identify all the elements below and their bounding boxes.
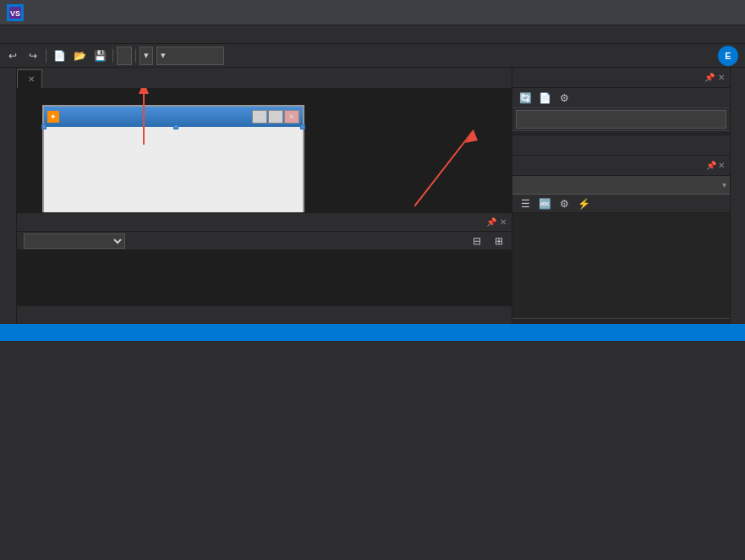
prop-object-arrow[interactable]: ▾ bbox=[722, 180, 726, 189]
se-header: 📌 ✕ bbox=[512, 68, 730, 88]
output-header: 📌 ✕ bbox=[17, 213, 512, 232]
form-maximize-btn[interactable]: □ bbox=[268, 110, 283, 124]
redo-button[interactable]: ↪ bbox=[24, 47, 42, 65]
prop-object: ▾ bbox=[512, 176, 730, 195]
form-window[interactable]: ✦ ─ □ ✕ bbox=[42, 105, 304, 212]
status-bar bbox=[0, 324, 745, 341]
main-content: ✕ ✦ ─ □ ✕ bbox=[0, 68, 745, 324]
output-toolbar: ⊟ ⊞ bbox=[17, 232, 512, 250]
svg-marker-7 bbox=[139, 88, 149, 94]
handle-tl[interactable] bbox=[41, 124, 47, 129]
output-word-wrap-button[interactable]: ⊞ bbox=[490, 232, 508, 250]
vs-icon: VS bbox=[7, 4, 24, 21]
output-source-select[interactable] bbox=[24, 233, 125, 249]
prop-pin-icon[interactable]: 📌 bbox=[706, 161, 716, 170]
new-project-button[interactable]: 📄 bbox=[50, 47, 68, 65]
form-buttons: ─ □ ✕ bbox=[252, 110, 299, 124]
toolbar: ↩ ↪ 📄 📂 💾 ▾ ▾ Е bbox=[0, 44, 745, 68]
output-close[interactable]: ✕ bbox=[500, 217, 507, 227]
solution-explorer: 📌 ✕ 🔄 📄 ⚙ bbox=[512, 68, 730, 155]
form-body bbox=[44, 127, 303, 212]
properties-panel: 📌 ✕ ▾ ☰ 🔤 ⚙ ⚡ bbox=[512, 155, 730, 324]
handle-tm[interactable] bbox=[173, 124, 178, 129]
se-toolbar: 🔄 📄 ⚙ bbox=[512, 88, 730, 108]
center-panel: ✕ ✦ ─ □ ✕ bbox=[17, 68, 512, 324]
design-area: ✦ ─ □ ✕ bbox=[17, 88, 512, 212]
prop-description bbox=[512, 318, 730, 324]
prop-categorized-btn[interactable]: ☰ bbox=[516, 195, 534, 213]
form-close-btn[interactable]: ✕ bbox=[284, 110, 299, 124]
data-sources-tab[interactable] bbox=[0, 81, 16, 95]
notifications-tab[interactable] bbox=[736, 68, 741, 81]
right-panel: 📌 ✕ 🔄 📄 ⚙ 📌 ✕ bbox=[512, 68, 730, 324]
menu-bar bbox=[0, 25, 745, 44]
form-container: ✦ ─ □ ✕ bbox=[42, 105, 304, 212]
minimize-button[interactable] bbox=[669, 4, 691, 21]
close-button[interactable] bbox=[716, 4, 738, 21]
prop-alphabetical-btn[interactable]: 🔤 bbox=[535, 195, 554, 213]
toolbar-separator bbox=[46, 49, 47, 63]
toolbar-separator-3 bbox=[135, 49, 136, 63]
prop-header: 📌 ✕ bbox=[512, 156, 730, 176]
prop-grid bbox=[512, 213, 730, 318]
notifications-sidebar bbox=[730, 68, 745, 324]
handle-tr[interactable] bbox=[300, 124, 305, 129]
se-properties-button[interactable]: ⚙ bbox=[555, 89, 573, 107]
se-bottom-tabs bbox=[512, 135, 730, 155]
prop-properties-btn[interactable]: ⚙ bbox=[555, 195, 573, 213]
form-minimize-btn[interactable]: ─ bbox=[252, 110, 267, 124]
start-button[interactable] bbox=[117, 47, 132, 65]
output-content bbox=[17, 250, 512, 305]
se-search-input[interactable] bbox=[516, 110, 726, 129]
design-tab-close[interactable]: ✕ bbox=[28, 74, 35, 84]
se-sync-button[interactable]: 🔄 bbox=[516, 89, 534, 107]
maximize-button[interactable] bbox=[693, 4, 715, 21]
title-controls bbox=[669, 4, 738, 21]
platform-dropdown[interactable]: ▾ bbox=[156, 47, 224, 65]
se-search-container bbox=[512, 108, 730, 131]
document-tabs: ✕ bbox=[17, 68, 512, 88]
se-new-file-button[interactable]: 📄 bbox=[535, 89, 554, 107]
prop-events-btn[interactable]: ⚡ bbox=[574, 195, 593, 213]
left-sidebar bbox=[0, 68, 17, 324]
svg-line-2 bbox=[414, 130, 474, 206]
toolbar-separator-2 bbox=[112, 49, 113, 63]
bottom-area: 📌 ✕ ⊟ ⊞ bbox=[17, 212, 512, 305]
output-pin[interactable]: 📌 bbox=[486, 217, 496, 227]
save-button[interactable]: 💾 bbox=[90, 47, 109, 65]
prop-close-icon[interactable]: ✕ bbox=[718, 161, 725, 170]
form-icon: ✦ bbox=[47, 111, 59, 123]
svg-text:VS: VS bbox=[10, 9, 20, 18]
se-header-icons: 📌 ✕ bbox=[703, 73, 725, 82]
output-clear-button[interactable]: ⊟ bbox=[468, 232, 486, 250]
user-avatar[interactable]: Е bbox=[718, 46, 738, 66]
open-button[interactable]: 📂 bbox=[70, 47, 89, 65]
se-close-icon[interactable]: ✕ bbox=[718, 73, 725, 82]
debug-mode-dropdown[interactable]: ▾ bbox=[140, 47, 153, 65]
undo-button[interactable]: ↩ bbox=[3, 47, 22, 65]
title-bar: VS bbox=[0, 0, 745, 25]
design-tab[interactable]: ✕ bbox=[17, 69, 42, 88]
toolbox-tab[interactable] bbox=[0, 68, 16, 81]
bottom-tabs bbox=[17, 305, 512, 324]
prop-toolbar: ☰ 🔤 ⚙ ⚡ bbox=[512, 195, 730, 213]
se-pin-icon[interactable]: 📌 bbox=[704, 73, 715, 82]
svg-marker-3 bbox=[465, 130, 478, 143]
